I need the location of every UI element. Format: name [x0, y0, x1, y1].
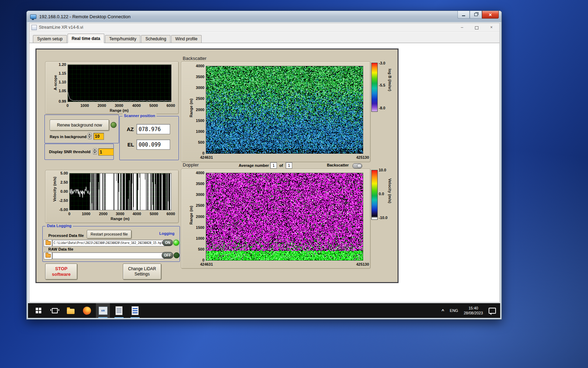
backscatter-plot-canvas — [206, 66, 363, 154]
change-lidar-settings-button[interactable]: Change LiDAR Settings — [123, 264, 161, 280]
rdp-titlebar[interactable]: 192.168.0.122 - Remote Desktop Connectio… — [27, 11, 502, 22]
backscatter-y-tick: 1500 — [192, 118, 204, 123]
tab-scheduling[interactable]: Scheduling — [141, 35, 170, 43]
processed-data-file-path[interactable]: C:\Lidar\Data\Proc\2023\202308\20230828\… — [52, 240, 165, 246]
change-lidar-label-line2: Settings — [134, 272, 149, 277]
velocity-y-tick: 0.00 — [54, 189, 68, 193]
hidden-icons-chevron[interactable]: ^ — [442, 308, 444, 313]
language-indicator[interactable]: ENG — [450, 308, 458, 313]
backscatter-colorbar-label: log B (/m/sr) — [388, 69, 392, 91]
rays-in-background-field[interactable]: 10 — [93, 133, 104, 140]
velocity-plot-canvas — [70, 173, 171, 210]
ascope-graph-frame: A-scope 1.20 1.15 1.10 1.05 0.99 0 1000 … — [45, 61, 179, 114]
rdp-icon — [30, 14, 36, 19]
velocity-x-tick: 4000 — [131, 212, 143, 216]
spinner-up-icon[interactable] — [93, 148, 97, 151]
taskbar-scan-scheduler[interactable] — [112, 303, 126, 318]
tab-wind-profile[interactable]: Wind profile — [171, 35, 202, 43]
ascope-x-tick: 1000 — [78, 103, 91, 108]
processed-data-file-label: Processed Data file — [48, 233, 84, 238]
raw-logging-toggle[interactable]: OFF — [162, 252, 173, 259]
doppler-x-tick-left: 424631 — [197, 262, 216, 266]
change-lidar-label-line1: Change LiDAR — [128, 266, 156, 272]
spinner-down-icon[interactable] — [93, 151, 97, 155]
taskbar-date: 28/08/2023 — [464, 311, 483, 315]
backscatter-colorbar-tick: -8.0 — [379, 106, 385, 110]
task-view-icon — [52, 308, 58, 313]
velocity-x-tick: 2000 — [97, 212, 110, 216]
az-field[interactable]: 078.976 — [136, 124, 170, 134]
spinner-up-icon[interactable] — [88, 133, 92, 136]
processed-logging-toggle[interactable]: ON — [162, 239, 173, 246]
app-restore-button[interactable] — [475, 26, 478, 29]
taskbar-clock[interactable]: 15:40 28/08/2023 — [464, 306, 483, 315]
rays-in-background-label: Rays in background — [50, 135, 86, 139]
tab-temp-humidity[interactable]: Temp/humidity — [105, 35, 140, 43]
taskbar-data-viewer[interactable] — [128, 303, 142, 318]
taskbar-streamline-app[interactable]: XR — [96, 303, 110, 318]
taskbar-firefox[interactable] — [80, 303, 94, 318]
backscatter-doppler-switch[interactable] — [352, 163, 362, 169]
doppler-y-tick: 1000 — [192, 236, 204, 240]
ascope-y-tick: 1.20 — [55, 62, 66, 67]
backscatter-y-tick: 4000 — [192, 64, 204, 68]
velocity-x-tick: 6000 — [164, 212, 177, 216]
backscatter-y-tick: 3000 — [192, 86, 204, 90]
rdp-restore-button[interactable] — [470, 11, 482, 19]
rays-spinner[interactable] — [88, 133, 92, 139]
snr-spinner[interactable] — [93, 148, 98, 155]
el-field[interactable]: 000.099 — [136, 139, 170, 150]
processed-logging-led — [173, 240, 179, 246]
spinner-down-icon[interactable] — [88, 136, 92, 139]
backscatter-graph-frame: Range (m) 4000 3500 3000 2500 2000 1500 … — [181, 61, 371, 162]
task-view-button[interactable] — [48, 303, 62, 318]
data-logging-group: Data Logging Processed Data file Restart… — [42, 226, 180, 262]
remote-desktop-area: StreamLine XR v14-6.vi – × System setup … — [28, 22, 500, 318]
stop-software-label-line2: software — [52, 272, 70, 277]
ascope-x-tick: 2000 — [96, 103, 108, 108]
raw-path-drive-icon[interactable] — [44, 252, 52, 259]
notifications-icon[interactable] — [489, 308, 496, 314]
ascope-x-tick: 3000 — [113, 103, 125, 108]
front-panel: A-scope 1.20 1.15 1.10 1.05 0.99 0 1000 … — [29, 43, 499, 302]
ascope-y-tick: 1.10 — [55, 80, 66, 84]
ascope-y-tick: 0.99 — [55, 99, 66, 103]
average-of-field[interactable]: 1 — [286, 162, 292, 169]
average-of-label: of — [279, 163, 283, 168]
data-viewer-icon — [132, 306, 139, 315]
minimize-icon — [462, 15, 465, 16]
backscatter-y-tick: 2000 — [192, 108, 204, 112]
restart-processed-file-button[interactable]: Restart processed file — [87, 230, 132, 239]
tab-real-time-data[interactable]: Real time data — [68, 34, 104, 43]
doppler-plot-canvas — [206, 173, 363, 260]
rdp-minimize-button[interactable] — [457, 11, 470, 19]
start-button[interactable] — [31, 303, 46, 318]
restore-icon — [474, 13, 478, 16]
taskbar-file-explorer[interactable] — [64, 303, 78, 318]
rdp-title: 192.168.0.122 - Remote Desktop Connectio… — [39, 14, 131, 19]
tab-system-setup[interactable]: System setup — [33, 35, 67, 43]
renew-background-button[interactable]: Renew background now — [50, 120, 109, 131]
raw-logging-led — [174, 252, 180, 258]
app-minimize-button[interactable]: – — [460, 25, 464, 30]
scanner-position-title: Scanner position — [122, 114, 156, 118]
stop-software-button[interactable]: STOP software — [45, 264, 77, 280]
ascope-x-axis-label: Range (m) — [68, 108, 171, 113]
ascope-x-tick: 0 — [61, 103, 74, 108]
streamline-app-icon: XR — [99, 307, 107, 315]
processed-path-drive-icon[interactable] — [44, 239, 52, 247]
velocity-x-tick: 5000 — [148, 212, 160, 216]
doppler-y-tick: 1500 — [192, 225, 204, 230]
backscatter-colorbar-tick: -5.5 — [379, 83, 385, 87]
snr-threshold-field[interactable]: 1 — [98, 148, 114, 156]
average-number-field[interactable]: 1 — [270, 162, 277, 169]
backscatter-colorbar — [371, 63, 378, 112]
backscatter-y-tick: 3500 — [192, 75, 204, 79]
app-titlebar[interactable]: StreamLine XR v14-6.vi — [29, 23, 499, 32]
app-window: StreamLine XR v14-6.vi – × System setup … — [29, 23, 500, 302]
app-close-button[interactable]: × — [489, 25, 494, 30]
raw-data-file-path[interactable] — [52, 252, 165, 259]
rdp-close-button[interactable]: × — [482, 11, 499, 19]
ascope-plot-canvas — [68, 65, 171, 102]
stop-software-label-line1: STOP — [55, 266, 67, 272]
